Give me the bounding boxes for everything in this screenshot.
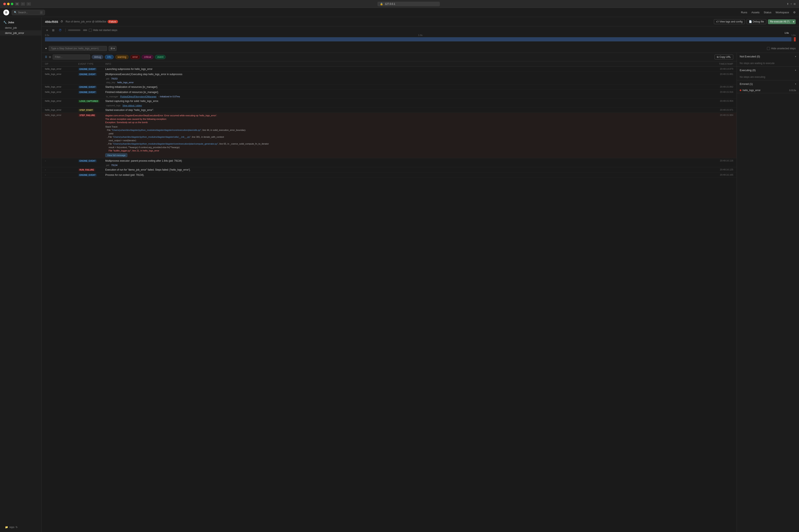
timeline-area: ≡ ⊞ ⏱ Hide not started steps 0.5s 1.0s bbox=[42, 26, 799, 53]
tag-error[interactable]: error bbox=[130, 55, 140, 59]
sub-value: hello_logs_error bbox=[117, 81, 134, 84]
log-op: hello_logs_error bbox=[45, 73, 78, 75]
re-execute-dropdown[interactable]: ▾ bbox=[792, 19, 796, 24]
table-view-icon[interactable]: ⊟ bbox=[49, 56, 51, 58]
nav-runs[interactable]: Runs bbox=[741, 11, 747, 14]
log-op: hello_logs_error bbox=[45, 100, 78, 102]
address-bar[interactable]: 🔒 127.0.0.1 bbox=[377, 2, 440, 6]
nav-back-button[interactable]: ‹ bbox=[21, 2, 25, 6]
tag-critical[interactable]: critical bbox=[142, 55, 153, 59]
nav-status[interactable]: Status bbox=[764, 11, 771, 14]
log-info-text: Started execution of step "hello_logs_er… bbox=[105, 109, 154, 112]
hide-unselected-checkbox[interactable] bbox=[767, 47, 770, 50]
new-tab-icon[interactable]: + bbox=[791, 2, 792, 5]
log-event-type: ENGINE_EVENT bbox=[78, 91, 105, 94]
maximize-button[interactable] bbox=[11, 3, 13, 5]
re-execute-group: Re-execute All (*) ▾ bbox=[768, 19, 796, 24]
lock-icon: 🔒 bbox=[380, 2, 383, 5]
log-row: - ENGINE_EVENT Multiprocess executor: pa… bbox=[42, 158, 737, 163]
tag-info[interactable]: info bbox=[105, 55, 113, 59]
trace-line-1: File "/Users/yuhan/dev/dagster/python_mo… bbox=[105, 128, 700, 132]
timeline-grid-btn[interactable]: ⊞ bbox=[51, 28, 56, 32]
sub-value: 79153 bbox=[111, 77, 118, 80]
log-row-group: hello_logs_error LOGS_CAPTURED Started c… bbox=[42, 99, 737, 108]
tag-event[interactable]: event bbox=[155, 55, 166, 59]
log-timestamp: 20:48:15.984 bbox=[700, 114, 733, 116]
log-timestamp: 20:48:15.971 bbox=[700, 109, 733, 111]
log-filter-input[interactable] bbox=[53, 55, 90, 59]
sidebar-item-demo-job[interactable]: demo_job bbox=[0, 25, 41, 31]
sub-value: - Initialized in 0.07ms bbox=[158, 95, 180, 98]
tabs-icon[interactable]: ⊞ bbox=[794, 2, 796, 5]
log-info-text: Launching subprocess for hello_logs_erro… bbox=[105, 68, 153, 71]
tag-warning[interactable]: warning bbox=[115, 55, 129, 59]
event-badge: STEP_START bbox=[78, 109, 94, 112]
clock-icon: ⏱ bbox=[60, 20, 63, 23]
log-sub-row: captured_logs View stdout / stderr bbox=[42, 103, 737, 107]
col-info: INFO bbox=[105, 63, 700, 65]
app-logo[interactable]: D bbox=[3, 10, 9, 15]
view-tags-button[interactable]: 🏷 View tags and config bbox=[714, 19, 745, 24]
panel-errored-header[interactable]: Errored (1) ▾ bbox=[737, 80, 799, 88]
nav-forward-button[interactable]: › bbox=[26, 2, 31, 6]
event-badge: ENGINE_EVENT bbox=[78, 174, 97, 176]
nav-workspace[interactable]: Workspace bbox=[776, 11, 789, 14]
sub-value-link[interactable]: View stdout / stderr bbox=[122, 104, 142, 107]
panel-not-executed-header[interactable]: Not Executed (0) ▾ bbox=[737, 53, 799, 60]
sub-value-link[interactable]: PickledObjectFilesystemIOManager bbox=[120, 95, 156, 98]
sidebar-toggle-button[interactable]: ⊞ bbox=[15, 2, 19, 6]
timeline-cursor-label: 1.6s bbox=[783, 32, 790, 34]
nav-assets[interactable]: Assets bbox=[752, 11, 759, 14]
errored-step-name[interactable]: hello_logs_error bbox=[743, 89, 789, 92]
re-execute-button[interactable]: Re-execute All (*) bbox=[768, 19, 792, 24]
trace-line-3: , File "/Users/yuhan/dev/dagster/python_… bbox=[105, 142, 700, 146]
search-bar[interactable]: 🔍 Search... / bbox=[12, 10, 45, 15]
sidebar-repo[interactable]: 📁 repo ↻ bbox=[2, 525, 21, 530]
timeline-list-btn[interactable]: ≡ bbox=[45, 28, 49, 32]
log-info: Launching subprocess for hello_logs_erro… bbox=[105, 68, 700, 71]
settings-icon[interactable]: ⚙ bbox=[793, 11, 796, 14]
log-sub-row: pid 79134 bbox=[42, 163, 737, 167]
timeline-bottom: ✦ ⚙ ▾ Hide unselected steps bbox=[45, 46, 796, 51]
sub-key: step_key bbox=[106, 81, 115, 84]
tag-debug[interactable]: debug bbox=[92, 55, 103, 59]
stack-trace-header: Stack Trace: bbox=[105, 125, 700, 129]
log-event-type: ENGINE_EVENT bbox=[78, 68, 105, 71]
timeline-gantt-btn[interactable]: ⏱ bbox=[57, 28, 63, 32]
log-timestamp: 20:48:15.881 bbox=[700, 73, 733, 75]
log-info-text: Multiprocess executor: parent process ex… bbox=[105, 159, 182, 162]
log-info: Started capturing logs for solid: hello_… bbox=[105, 100, 700, 102]
col-timestamp: TIMESTAMP bbox=[700, 63, 733, 65]
debug-file-button[interactable]: 📄 Debug file bbox=[746, 19, 766, 24]
log-info-text: Finished initialization of resources [io… bbox=[105, 91, 159, 94]
minimize-button[interactable] bbox=[7, 3, 9, 5]
list-view-icon[interactable]: ☰ bbox=[45, 56, 47, 58]
logs-toolbar: ☰ ⊟ debug info warning error critical ev… bbox=[42, 53, 737, 61]
event-badge: ENGINE_EVENT bbox=[78, 73, 97, 76]
refresh-icon[interactable]: ↻ bbox=[16, 526, 18, 529]
event-badge: ENGINE_EVENT bbox=[78, 86, 97, 89]
log-op: - bbox=[45, 168, 78, 171]
timeline-marker-2: 1.6s bbox=[791, 34, 796, 36]
error-main: dagster.core.errors.DagsterExecutionStep… bbox=[105, 114, 700, 117]
title-bar-left: ⊞ ‹ › bbox=[3, 2, 31, 6]
log-info-text: Started capturing logs for solid: hello_… bbox=[105, 100, 159, 102]
close-button[interactable] bbox=[3, 3, 6, 5]
event-badge: ENGINE_EVENT bbox=[78, 68, 97, 71]
panel-executing-header[interactable]: Executing (0) ▾ bbox=[737, 66, 799, 74]
filter-settings-btn[interactable]: ⚙ ▾ bbox=[109, 46, 116, 51]
panel-executing-title: Executing (0) bbox=[740, 69, 756, 72]
log-row-group: hello_logs_error ENGINE_EVENT Finished i… bbox=[42, 90, 737, 99]
copy-url-button[interactable]: ⧉ Copy URL bbox=[715, 55, 733, 59]
sidebar-item-demo-job-error[interactable]: demo_job_error bbox=[0, 31, 41, 36]
view-full-message-button[interactable]: View full message bbox=[105, 153, 127, 157]
panel-not-executed: Not Executed (0) ▾ No steps are waiting … bbox=[737, 53, 799, 66]
step-filter-input[interactable] bbox=[49, 46, 107, 51]
sub-key: captured_logs bbox=[106, 104, 120, 107]
file-path: "/Users/yuhan/dev/dagster/python_modules… bbox=[113, 142, 218, 145]
logs-area: ☰ ⊟ debug info warning error critical ev… bbox=[42, 53, 737, 532]
hide-not-started-text: Hide not started steps bbox=[93, 29, 117, 32]
hide-not-started-checkbox[interactable] bbox=[89, 29, 92, 32]
timeline-cursor: 1.6s bbox=[792, 36, 792, 43]
trace-line-1a: yield bbox=[105, 132, 700, 135]
